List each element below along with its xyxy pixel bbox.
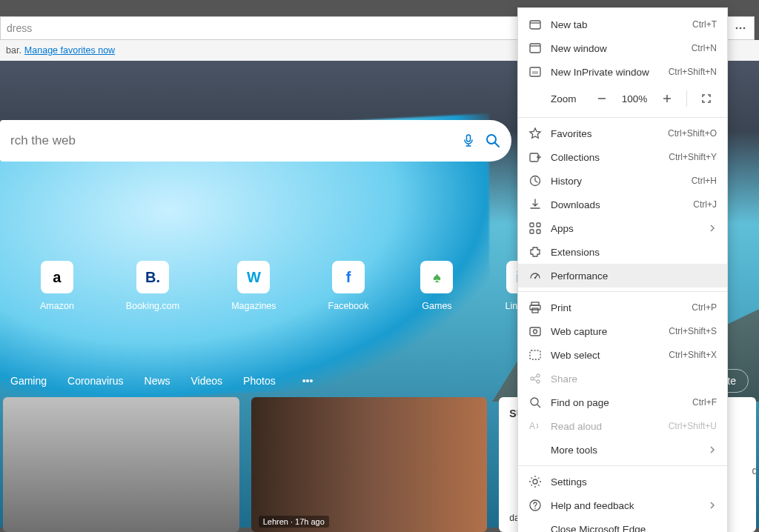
microphone-icon[interactable] (461, 133, 476, 148)
tools-icon (528, 443, 542, 456)
menu-item-help-and-feedback[interactable]: Help and feedback (518, 493, 727, 517)
download-icon (528, 198, 542, 211)
history-icon (528, 174, 542, 187)
svg-rect-12 (530, 44, 540, 53)
menu-item-shortcut: Ctrl+Shift+O (668, 128, 717, 139)
menu-item-label: More tools (551, 445, 699, 456)
menu-item-new-tab[interactable]: New tabCtrl+T (518, 13, 727, 36)
menu-item-shortcut: Ctrl+Shift+S (669, 326, 717, 336)
menu-item-label: Share (551, 373, 717, 385)
menu-item-apps[interactable]: Apps (518, 216, 727, 240)
menu-item-favorites[interactable]: FavoritesCtrl+Shift+O (518, 122, 727, 145)
favbar-prefix: bar. (6, 45, 21, 56)
quick-link[interactable]: fFacebook (328, 261, 369, 311)
menu-item-read-aloud: ARead aloudCtrl+Shift+U (518, 414, 727, 438)
menu-item-new-inprivate-window[interactable]: New InPrivate windowCtrl+Shift+N (518, 60, 727, 84)
svg-point-4 (736, 27, 738, 30)
menu-item-new-window[interactable]: New windowCtrl+N (518, 36, 727, 60)
nav-item[interactable]: News (145, 375, 170, 387)
menu-item-more-tools[interactable]: More tools (518, 438, 727, 462)
quick-link[interactable]: B.Booking.com (126, 261, 179, 311)
fullscreen-button[interactable] (696, 88, 717, 109)
svg-point-32 (534, 330, 537, 333)
menu-item-label: Web capture (551, 326, 660, 337)
manage-favorites-link[interactable]: Manage favorites now (24, 45, 115, 56)
search-input[interactable] (10, 133, 461, 148)
nav-item[interactable]: Gaming (10, 375, 47, 387)
menu-item-label: Web select (551, 350, 660, 361)
svg-point-35 (537, 374, 540, 377)
menu-item-label: New window (551, 43, 683, 54)
address-text: dress (7, 22, 32, 34)
menu-item-collections[interactable]: CollectionsCtrl+Shift+Y (518, 145, 727, 169)
svg-point-44 (534, 508, 536, 509)
read-icon: A (528, 419, 542, 433)
window-icon (528, 41, 542, 55)
menu-item-close-microsoft-edge[interactable]: Close Microsoft Edge (518, 517, 727, 532)
card-caption: Lehren · 17h ago (259, 516, 329, 528)
quick-links: aAmazonB.Booking.comWMagazinesfFacebook♠… (0, 261, 540, 311)
svg-point-34 (531, 377, 534, 380)
menu-item-share: Share (518, 367, 727, 390)
menu-button[interactable] (726, 16, 755, 40)
menu-item-shortcut: Ctrl+Shift+U (669, 421, 717, 431)
apps-icon (528, 222, 542, 235)
news-card[interactable] (3, 397, 239, 532)
nav-item[interactable]: Coronavirus (67, 375, 123, 387)
menu-item-downloads[interactable]: DownloadsCtrl+J (518, 193, 727, 216)
quick-link-tile: B. (136, 261, 169, 293)
collections-icon (528, 150, 542, 164)
menu-item-performance[interactable]: Performance (518, 264, 727, 287)
zoom-label: Zoom (528, 93, 584, 104)
svg-line-9 (495, 143, 499, 147)
zoom-in-button[interactable] (657, 88, 677, 109)
svg-rect-33 (530, 350, 540, 359)
quick-link-tile: ♠ (420, 261, 453, 293)
svg-rect-31 (530, 327, 540, 336)
menu-item-web-capture[interactable]: Web captureCtrl+Shift+S (518, 319, 727, 343)
svg-rect-24 (537, 223, 540, 227)
svg-line-37 (534, 376, 537, 378)
menu-item-print[interactable]: PrintCtrl+P (518, 296, 727, 319)
search-box[interactable] (0, 120, 511, 162)
quick-link-tile: W (237, 261, 270, 293)
perf-icon (528, 269, 542, 282)
news-card[interactable]: Lehren · 17h ago (251, 397, 488, 532)
nav-item[interactable]: Videos (191, 375, 223, 387)
close-button[interactable] (725, 0, 759, 13)
menu-item-label: History (551, 176, 683, 187)
zoom-out-button[interactable] (591, 88, 612, 109)
help-icon (528, 499, 542, 512)
menu-item-history[interactable]: HistoryCtrl+H (518, 169, 727, 193)
svg-line-38 (534, 379, 537, 381)
menu-item-shortcut: Ctrl+Shift+N (669, 67, 717, 77)
svg-rect-15 (532, 71, 538, 74)
menu-item-extensions[interactable]: Extensions (518, 240, 727, 264)
quick-link[interactable]: ♠Games (420, 261, 453, 311)
nav-more-icon[interactable]: ••• (302, 375, 314, 387)
menu-item-shortcut: Ctrl+J (693, 199, 717, 210)
menu-item-shortcut: Ctrl+N (692, 43, 717, 53)
quick-link-label: Facebook (328, 301, 369, 311)
find-icon (528, 396, 542, 409)
nav-item[interactable]: Photos (243, 375, 276, 387)
menu-item-find-on-page[interactable]: Find on pageCtrl+F (518, 390, 727, 414)
quick-link-tile: f (332, 261, 365, 293)
menu-item-label: Apps (551, 223, 699, 234)
inprivate-icon (528, 65, 542, 79)
svg-rect-29 (530, 305, 540, 310)
chevron-right-icon (708, 501, 717, 510)
menu-item-label: New InPrivate window (551, 67, 660, 78)
menu-item-settings[interactable]: Settings (518, 470, 727, 493)
svg-point-36 (537, 380, 540, 383)
quick-link[interactable]: WMagazines (231, 261, 276, 311)
quick-link-label: Magazines (231, 301, 276, 311)
search-icon[interactable] (485, 133, 501, 149)
quick-link[interactable]: aAmazon (40, 261, 74, 311)
svg-point-8 (487, 135, 496, 144)
svg-rect-23 (530, 223, 534, 227)
menu-item-label: Close Microsoft Edge (551, 524, 717, 533)
svg-rect-25 (530, 230, 534, 233)
menu-item-shortcut: Ctrl+H (692, 176, 717, 186)
menu-item-web-select[interactable]: Web selectCtrl+Shift+X (518, 343, 727, 367)
